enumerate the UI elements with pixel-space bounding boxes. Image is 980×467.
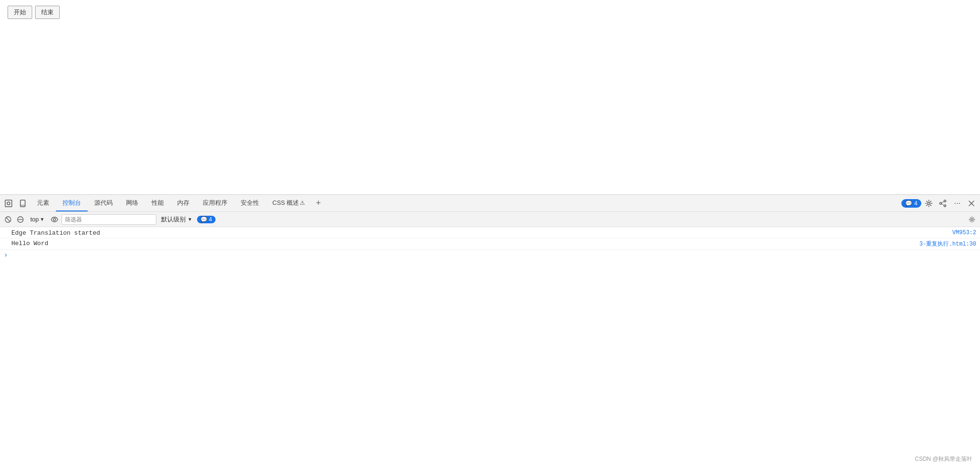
end-button[interactable]: 结束	[35, 6, 60, 19]
badge-count: 4	[914, 200, 917, 207]
svg-line-13	[6, 218, 10, 221]
svg-point-16	[53, 218, 55, 220]
context-value: top	[30, 216, 39, 223]
tab-memory[interactable]: 内存	[171, 195, 196, 211]
log-link-2[interactable]: 3-重复执行.html:30	[919, 240, 976, 248]
console-badge-icon: 💬	[200, 216, 207, 223]
tab-sources[interactable]: 源代码	[88, 195, 119, 211]
svg-line-9	[942, 204, 944, 205]
close-devtools-button[interactable]	[965, 197, 978, 210]
context-selector[interactable]: top ▼	[27, 215, 47, 224]
block-icon-button[interactable]	[15, 214, 26, 225]
tab-console[interactable]: 控制台	[56, 195, 88, 211]
tab-network[interactable]: 网络	[119, 195, 145, 211]
console-badge-count: 4	[209, 216, 212, 223]
level-label: 默认级别	[161, 215, 186, 224]
device-toggle-button[interactable]	[16, 197, 29, 210]
console-settings-button[interactable]	[967, 214, 977, 225]
svg-point-7	[944, 205, 946, 207]
prompt-arrow-icon: ›	[4, 251, 8, 259]
start-button[interactable]: 开始	[8, 6, 32, 19]
level-chevron-icon: ▼	[188, 217, 192, 222]
console-secondary-toolbar: top ▼ 默认级别 ▼ 💬 4	[0, 212, 980, 227]
live-expressions-button[interactable]	[49, 214, 60, 225]
message-icon: 💬	[905, 200, 912, 207]
svg-point-6	[940, 202, 942, 204]
console-prompt-row[interactable]: ›	[0, 250, 980, 260]
devtools-tabs: 元素 控制台 源代码 网络 性能 内存 应用程序 安全性 CSS 概述 ⚠ +	[30, 195, 900, 211]
settings-button[interactable]	[922, 197, 935, 210]
svg-point-1	[7, 202, 10, 205]
inspect-element-button[interactable]	[2, 197, 15, 210]
svg-rect-2	[20, 200, 25, 207]
devtools-panel: 元素 控制台 源代码 网络 性能 内存 应用程序 安全性 CSS 概述 ⚠ + …	[0, 194, 980, 467]
tab-security[interactable]: 安全性	[234, 195, 266, 211]
tab-elements[interactable]: 元素	[30, 195, 56, 211]
share-button[interactable]	[936, 197, 950, 210]
button-group: 开始 结束	[8, 6, 972, 19]
svg-point-5	[944, 200, 946, 202]
chevron-down-icon: ▼	[40, 217, 45, 222]
console-output: Edge Translation started VM953:2 Hello W…	[0, 227, 980, 467]
message-badge[interactable]: 💬 4	[901, 199, 921, 208]
console-message-badge[interactable]: 💬 4	[197, 216, 216, 223]
css-warning-icon: ⚠	[300, 200, 305, 206]
tab-css-overview[interactable]: CSS 概述 ⚠	[266, 195, 312, 211]
svg-point-4	[928, 202, 930, 204]
devtools-toolbar-right: 💬 4 ⋯	[901, 197, 978, 210]
log-text-1: Edge Translation started	[11, 229, 100, 237]
page-content: 开始 结束	[0, 0, 980, 194]
log-link-1[interactable]: VM953:2	[953, 229, 976, 236]
devtools-top-toolbar: 元素 控制台 源代码 网络 性能 内存 应用程序 安全性 CSS 概述 ⚠ + …	[0, 195, 980, 212]
log-row-1: Edge Translation started VM953:2	[0, 228, 980, 238]
svg-line-8	[942, 201, 944, 203]
svg-point-17	[971, 219, 973, 220]
log-row-2: Hello Word 3-重复执行.html:30	[0, 238, 980, 250]
log-text-2: Hello Word	[11, 240, 48, 247]
log-level-selector[interactable]: 默认级别 ▼	[158, 214, 195, 225]
svg-rect-0	[5, 200, 12, 207]
tab-application[interactable]: 应用程序	[196, 195, 234, 211]
add-tab-button[interactable]: +	[312, 197, 325, 210]
more-options-button[interactable]: ⋯	[951, 197, 964, 210]
tab-performance[interactable]: 性能	[145, 195, 171, 211]
clear-console-button[interactable]	[3, 214, 13, 225]
filter-input[interactable]	[62, 214, 156, 225]
watermark: CSDN @秋风带走落叶	[915, 455, 972, 463]
